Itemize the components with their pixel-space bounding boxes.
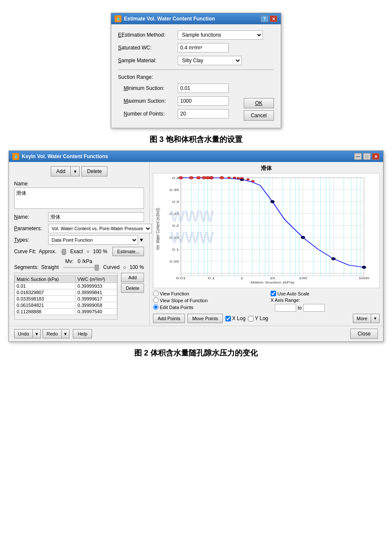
edit-data-opt: Edit Data Points: [153, 304, 262, 310]
keyin-dialog: 💧 KeyIn Vol. Water Content Functions — □…: [9, 150, 383, 342]
max-suction-input[interactable]: [178, 96, 229, 106]
name-box-value: 滑体: [16, 190, 26, 196]
left-opts: View Function View Slope of Function Edi…: [153, 291, 262, 310]
table-add-btn[interactable]: Add: [121, 273, 144, 282]
caption1: 图 3 饱和体积含水量的设置: [9, 134, 383, 145]
table-cell: 0.018329807: [15, 289, 76, 296]
svg-text:0.05: 0.05: [170, 260, 179, 263]
chart-title: 滑体: [153, 165, 380, 172]
svg-point-57: [241, 177, 243, 179]
move-points-btn[interactable]: Move Points: [187, 314, 223, 323]
more-main-btn[interactable]: More: [353, 314, 371, 323]
num-points-input[interactable]: [178, 109, 229, 119]
auto-scale-opt: Use Auto Scale: [271, 291, 380, 296]
add-points-btn[interactable]: Add Points: [153, 314, 185, 323]
min-suction-input[interactable]: [178, 84, 229, 93]
close-footer-btn[interactable]: Close: [350, 329, 378, 339]
xlog-label: X Log: [232, 315, 245, 321]
view-slope-radio[interactable]: [153, 298, 159, 303]
table-row[interactable]: 0.0335981830.39999617: [15, 296, 117, 302]
ok-button[interactable]: OK: [244, 98, 274, 108]
parameters-select[interactable]: Vol. Water Content vs. Pore-Water Pressu…: [48, 224, 152, 233]
dialog2-close-btn[interactable]: ✕: [372, 153, 380, 160]
help-footer-btn[interactable]: Help: [73, 329, 92, 338]
name-section-label: Name: [14, 181, 144, 187]
svg-point-49: [197, 176, 201, 179]
estimate-btn[interactable]: Estimate...: [112, 247, 144, 256]
more-split-btn[interactable]: More ▼: [353, 314, 380, 323]
table-inner[interactable]: Matric Suction (kPa) VWC (m³/m³) 0.010.3…: [14, 273, 117, 319]
view-function-opt: View Function: [153, 291, 262, 296]
table-wrapper: Matric Suction (kPa) VWC (m³/m³) 0.010.3…: [14, 273, 118, 320]
svg-point-53: [220, 176, 224, 179]
types-select[interactable]: Data Point Function: [48, 235, 138, 245]
estimation-method-select[interactable]: Sample functions: [178, 30, 263, 40]
x-range-to-input[interactable]: [303, 304, 325, 312]
table-cell: 0.39999058: [75, 302, 117, 309]
titlebar-controls: ? ✕: [261, 15, 277, 22]
name-field-input[interactable]: [48, 212, 144, 222]
caption2: 图 2 体积含水量随孔隙水压力的变化: [9, 348, 383, 358]
help-btn[interactable]: ?: [261, 15, 268, 22]
dialog2-titlebar: 💧 KeyIn Vol. Water Content Functions — □…: [9, 151, 383, 162]
saturated-wc-input[interactable]: [178, 43, 229, 52]
undo-arrow[interactable]: ▼: [33, 330, 40, 338]
svg-text:0.2: 0.2: [172, 224, 179, 228]
add-main-btn[interactable]: Add: [51, 167, 71, 176]
undo-split-btn[interactable]: Undo ▼: [14, 329, 41, 338]
svg-point-51: [206, 176, 210, 179]
chart-area: WWW WWW: [153, 173, 380, 288]
dialog2-body: Add ▼ Delete Name 滑体 Name: Paramete: [9, 162, 383, 326]
add-split-btn[interactable]: Add ▼: [51, 166, 80, 176]
num-points-label: Number of Points:: [118, 111, 178, 117]
name-section: Name 滑体: [14, 181, 144, 209]
svg-point-43: [271, 200, 274, 203]
svg-text:1000: 1000: [358, 276, 369, 280]
table-row[interactable]: 0.0183298070.39999841: [15, 289, 117, 296]
auto-scale-label: Use Auto Scale: [277, 291, 309, 296]
close-btn[interactable]: ✕: [270, 15, 277, 22]
undo-btn[interactable]: Undo: [14, 330, 33, 338]
ylog-checkbox[interactable]: [248, 316, 254, 321]
suction-range-label: Suction Range:: [118, 74, 274, 80]
num-points-row: Number of Points:: [118, 109, 240, 119]
dialog1-title: Estimate Vol. Water Content Function: [124, 16, 215, 22]
svg-text:0.35: 0.35: [170, 188, 179, 192]
xlog-checkbox[interactable]: [225, 316, 231, 321]
minimize-btn[interactable]: —: [354, 153, 362, 160]
table-cell: 0.39999841: [75, 289, 117, 296]
dialog2-title: KeyIn Vol. Water Content Functions: [22, 153, 108, 159]
edit-data-radio[interactable]: [153, 304, 159, 310]
svg-text:0.4: 0.4: [172, 176, 179, 180]
segments-slider[interactable]: [63, 267, 99, 268]
curve-fit-slider[interactable]: [61, 251, 66, 252]
right-panel: 滑体 WWW WWW: [150, 162, 383, 326]
svg-text:1: 1: [241, 276, 244, 280]
restore-btn[interactable]: □: [363, 153, 371, 160]
cancel-button[interactable]: Cancel: [244, 110, 274, 121]
redo-arrow[interactable]: ▼: [62, 330, 69, 338]
sample-material-select[interactable]: Silty Clay: [178, 56, 242, 65]
auto-scale-checkbox[interactable]: [271, 291, 276, 296]
add-arrow-btn[interactable]: ▼: [71, 167, 79, 176]
table-cell: 0.01: [15, 283, 76, 289]
table-row[interactable]: 0.0615848210.39999058: [15, 302, 117, 309]
table-row[interactable]: 0.112888880.39997540: [15, 309, 117, 315]
right-opts: Use Auto Scale X Axis Range: to: [271, 291, 380, 312]
table-row[interactable]: 0.010.39999933: [15, 283, 117, 289]
view-function-radio[interactable]: [153, 291, 159, 296]
table-cell: 0.39997540: [75, 309, 117, 315]
svg-text:0.1: 0.1: [208, 276, 215, 280]
more-arrow-btn[interactable]: ▼: [371, 314, 379, 323]
undo-redo: Undo ▼ Redo ▼ Help: [14, 329, 92, 338]
xlog-opt: X Log: [225, 315, 245, 321]
delete-button[interactable]: Delete: [81, 166, 107, 176]
redo-split-btn[interactable]: Redo ▼: [43, 329, 69, 338]
table-cell: 0.061584821: [15, 302, 76, 309]
dialog1-content: EEstimation Method: Sample functions Sat…: [111, 24, 281, 128]
svg-point-46: [362, 266, 366, 269]
redo-btn[interactable]: Redo: [43, 330, 61, 338]
svg-text:Vol. Water Content (m3/m3): Vol. Water Content (m3/m3): [155, 208, 161, 250]
x-range-from-input[interactable]: [275, 304, 296, 312]
table-delete-btn[interactable]: Delete: [121, 283, 144, 293]
